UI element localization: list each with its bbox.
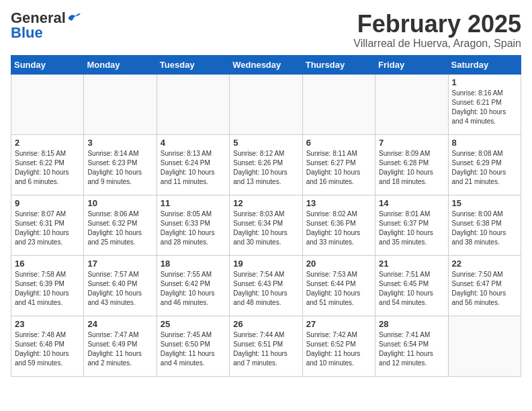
calendar-week-row: 1Sunrise: 8:16 AM Sunset: 6:21 PM Daylig…	[11, 74, 521, 134]
calendar-cell: 18Sunrise: 7:55 AM Sunset: 6:42 PM Dayli…	[157, 255, 229, 316]
logo-blue: Blue	[11, 26, 43, 40]
day-info: Sunrise: 8:16 AM Sunset: 6:21 PM Dayligh…	[452, 89, 517, 126]
day-number: 18	[161, 259, 226, 269]
calendar-week-row: 16Sunrise: 7:58 AM Sunset: 6:39 PM Dayli…	[11, 255, 521, 316]
calendar-table: SundayMondayTuesdayWednesdayThursdayFrid…	[11, 55, 521, 377]
column-header-wednesday: Wednesday	[230, 55, 302, 74]
calendar-cell: 10Sunrise: 8:06 AM Sunset: 6:32 PM Dayli…	[84, 195, 157, 255]
day-info: Sunrise: 8:12 AM Sunset: 6:26 PM Dayligh…	[233, 149, 298, 187]
calendar-cell: 21Sunrise: 7:51 AM Sunset: 6:45 PM Dayli…	[375, 255, 448, 316]
day-number: 14	[379, 198, 444, 208]
calendar-week-row: 2Sunrise: 8:15 AM Sunset: 6:22 PM Daylig…	[11, 134, 521, 195]
day-info: Sunrise: 8:07 AM Sunset: 6:31 PM Dayligh…	[15, 210, 80, 247]
calendar-cell: 7Sunrise: 8:09 AM Sunset: 6:28 PM Daylig…	[375, 134, 448, 195]
day-number: 1	[452, 77, 517, 87]
column-header-sunday: Sunday	[11, 55, 84, 74]
day-info: Sunrise: 8:11 AM Sunset: 6:27 PM Dayligh…	[306, 149, 371, 187]
calendar-cell: 15Sunrise: 8:00 AM Sunset: 6:38 PM Dayli…	[448, 195, 521, 255]
day-number: 19	[233, 259, 298, 269]
calendar-cell	[157, 74, 229, 134]
day-number: 13	[306, 198, 371, 208]
day-info: Sunrise: 7:47 AM Sunset: 6:49 PM Dayligh…	[87, 330, 152, 368]
day-info: Sunrise: 7:57 AM Sunset: 6:40 PM Dayligh…	[87, 270, 152, 308]
day-number: 2	[15, 138, 80, 148]
day-info: Sunrise: 7:50 AM Sunset: 6:47 PM Dayligh…	[452, 270, 517, 308]
calendar-cell: 24Sunrise: 7:47 AM Sunset: 6:49 PM Dayli…	[84, 316, 157, 376]
calendar-cell: 25Sunrise: 7:45 AM Sunset: 6:50 PM Dayli…	[157, 316, 229, 376]
calendar-cell: 8Sunrise: 8:08 AM Sunset: 6:29 PM Daylig…	[448, 134, 521, 195]
calendar-cell: 9Sunrise: 8:07 AM Sunset: 6:31 PM Daylig…	[11, 195, 84, 255]
day-info: Sunrise: 8:01 AM Sunset: 6:37 PM Dayligh…	[379, 210, 444, 247]
day-number: 10	[87, 198, 152, 208]
calendar-cell: 1Sunrise: 8:16 AM Sunset: 6:21 PM Daylig…	[448, 74, 521, 134]
calendar-cell: 16Sunrise: 7:58 AM Sunset: 6:39 PM Dayli…	[11, 255, 84, 316]
day-number: 17	[87, 259, 152, 269]
calendar-cell: 22Sunrise: 7:50 AM Sunset: 6:47 PM Dayli…	[448, 255, 521, 316]
day-info: Sunrise: 7:42 AM Sunset: 6:52 PM Dayligh…	[306, 330, 371, 368]
calendar-cell	[84, 74, 157, 134]
calendar-cell: 4Sunrise: 8:13 AM Sunset: 6:24 PM Daylig…	[157, 134, 229, 195]
day-info: Sunrise: 8:02 AM Sunset: 6:36 PM Dayligh…	[306, 210, 371, 247]
day-info: Sunrise: 7:55 AM Sunset: 6:42 PM Dayligh…	[161, 270, 226, 308]
day-info: Sunrise: 7:58 AM Sunset: 6:39 PM Dayligh…	[15, 270, 80, 308]
calendar-cell: 12Sunrise: 8:03 AM Sunset: 6:34 PM Dayli…	[230, 195, 302, 255]
day-info: Sunrise: 7:45 AM Sunset: 6:50 PM Dayligh…	[161, 330, 226, 368]
day-info: Sunrise: 7:54 AM Sunset: 6:43 PM Dayligh…	[233, 270, 298, 308]
day-number: 15	[452, 198, 517, 208]
calendar-cell: 26Sunrise: 7:44 AM Sunset: 6:51 PM Dayli…	[230, 316, 302, 376]
column-header-tuesday: Tuesday	[157, 55, 229, 74]
day-number: 12	[233, 198, 298, 208]
calendar-cell: 5Sunrise: 8:12 AM Sunset: 6:26 PM Daylig…	[230, 134, 302, 195]
logo-general: General	[11, 11, 66, 26]
day-number: 8	[452, 138, 517, 148]
calendar-cell: 6Sunrise: 8:11 AM Sunset: 6:27 PM Daylig…	[302, 134, 375, 195]
day-number: 21	[379, 259, 444, 269]
calendar-cell	[11, 74, 84, 134]
day-info: Sunrise: 8:00 AM Sunset: 6:38 PM Dayligh…	[452, 210, 517, 247]
day-info: Sunrise: 7:44 AM Sunset: 6:51 PM Dayligh…	[233, 330, 298, 368]
calendar-cell	[230, 74, 302, 134]
day-number: 20	[306, 259, 371, 269]
day-info: Sunrise: 8:15 AM Sunset: 6:22 PM Dayligh…	[15, 149, 80, 187]
day-info: Sunrise: 8:06 AM Sunset: 6:32 PM Dayligh…	[87, 210, 152, 247]
day-number: 5	[233, 138, 298, 148]
column-header-monday: Monday	[84, 55, 157, 74]
day-info: Sunrise: 8:13 AM Sunset: 6:24 PM Dayligh…	[161, 149, 226, 187]
day-info: Sunrise: 8:14 AM Sunset: 6:23 PM Dayligh…	[87, 149, 152, 187]
calendar-cell: 28Sunrise: 7:41 AM Sunset: 6:54 PM Dayli…	[375, 316, 448, 376]
calendar-cell: 20Sunrise: 7:53 AM Sunset: 6:44 PM Dayli…	[302, 255, 375, 316]
day-info: Sunrise: 8:08 AM Sunset: 6:29 PM Dayligh…	[452, 149, 517, 187]
day-info: Sunrise: 8:05 AM Sunset: 6:33 PM Dayligh…	[161, 210, 226, 247]
day-number: 24	[87, 319, 152, 329]
calendar-cell: 14Sunrise: 8:01 AM Sunset: 6:37 PM Dayli…	[375, 195, 448, 255]
calendar-cell: 23Sunrise: 7:48 AM Sunset: 6:48 PM Dayli…	[11, 316, 84, 376]
day-info: Sunrise: 8:09 AM Sunset: 6:28 PM Dayligh…	[379, 149, 444, 187]
calendar-cell: 11Sunrise: 8:05 AM Sunset: 6:33 PM Dayli…	[157, 195, 229, 255]
logo-bird-icon	[67, 13, 81, 24]
calendar-cell: 17Sunrise: 7:57 AM Sunset: 6:40 PM Dayli…	[84, 255, 157, 316]
day-number: 23	[15, 319, 80, 329]
calendar-cell	[375, 74, 448, 134]
column-header-friday: Friday	[375, 55, 448, 74]
calendar-cell	[302, 74, 375, 134]
month-title: February 2025	[353, 11, 521, 38]
column-header-thursday: Thursday	[302, 55, 375, 74]
calendar-cell: 13Sunrise: 8:02 AM Sunset: 6:36 PM Dayli…	[302, 195, 375, 255]
day-number: 11	[161, 198, 226, 208]
day-number: 27	[306, 319, 371, 329]
calendar-cell: 19Sunrise: 7:54 AM Sunset: 6:43 PM Dayli…	[230, 255, 302, 316]
day-number: 9	[15, 198, 80, 208]
day-number: 7	[379, 138, 444, 148]
title-section: February 2025 Villarreal de Huerva, Arag…	[353, 11, 521, 50]
calendar-header-row: SundayMondayTuesdayWednesdayThursdayFrid…	[11, 55, 521, 74]
day-info: Sunrise: 7:53 AM Sunset: 6:44 PM Dayligh…	[306, 270, 371, 308]
day-number: 4	[161, 138, 226, 148]
day-number: 26	[233, 319, 298, 329]
logo: General Blue	[11, 11, 81, 40]
day-number: 6	[306, 138, 371, 148]
calendar-week-row: 23Sunrise: 7:48 AM Sunset: 6:48 PM Dayli…	[11, 316, 521, 376]
location-title: Villarreal de Huerva, Aragon, Spain	[353, 38, 521, 50]
calendar-cell: 2Sunrise: 8:15 AM Sunset: 6:22 PM Daylig…	[11, 134, 84, 195]
day-number: 3	[87, 138, 152, 148]
calendar-cell: 3Sunrise: 8:14 AM Sunset: 6:23 PM Daylig…	[84, 134, 157, 195]
